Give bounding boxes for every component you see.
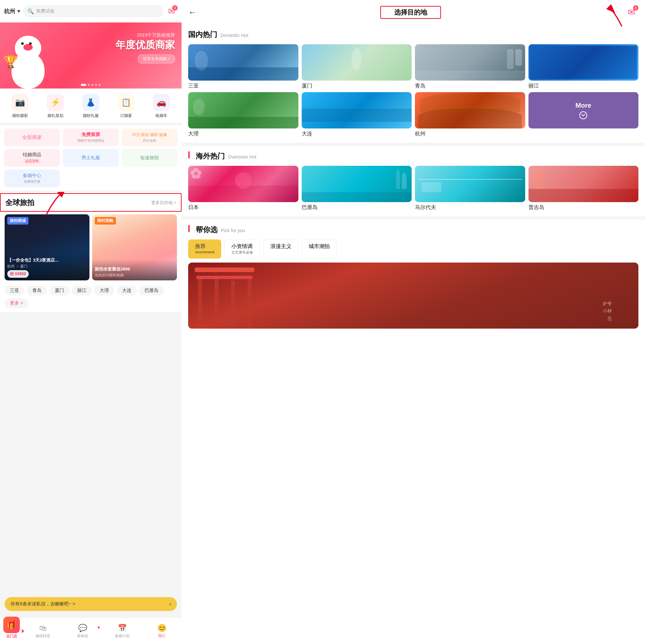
tag-dalian[interactable]: 大连 <box>117 286 137 296</box>
dest-tags: 三亚 青岛 厦门 丽江 大理 大连 巴厘岛 更多 > <box>0 283 182 312</box>
bottom-nav: 🎁 去门店 🛍 婚品特卖 💬 新娘说 📅 备婚计划 😊 我们 <box>0 618 182 644</box>
cat-car[interactable]: 🚗 租婚车 <box>144 94 179 119</box>
dest-xiamen[interactable]: 厦门 <box>302 44 412 90</box>
menu-services[interactable]: 司仪·跟妆·摄影·摄像 四大金刚 <box>122 129 178 146</box>
cat-wedding-plan[interactable]: ⚡ 婚礼策划 <box>38 94 73 119</box>
chevron-svg <box>581 114 585 117</box>
nav-wedding-plan-label: 备婚计划 <box>115 633 130 638</box>
pick-tag-petite-sub: 文艺青年必备 <box>231 250 253 255</box>
tag-qingdao[interactable]: 青岛 <box>27 286 47 296</box>
pick-section-title: 帮你选 Pick for you <box>188 225 638 235</box>
dest-dalian[interactable]: 大连 <box>302 92 412 137</box>
city-selector[interactable]: 杭州 <box>4 8 20 15</box>
gift-icon: 🎁 <box>3 617 20 633</box>
torii-crossbar-bottom <box>196 276 252 279</box>
cat-label-wedding-plan: 婚礼策划 <box>47 113 63 119</box>
pick-tag-romantic[interactable]: 浪漫主义 <box>263 239 298 259</box>
menu-all-merchants[interactable]: 全部商家 <box>4 129 60 146</box>
pick-title-cn: 帮你选 <box>196 225 218 235</box>
message-badge-left[interactable]: ✉ 8 <box>166 5 178 17</box>
menu-wedding-center[interactable]: 备婚中心 免费领手册 <box>4 169 60 187</box>
dot-4 <box>95 84 97 86</box>
pick-tag-petite[interactable]: 小资情调 文艺青年必备 <box>224 239 260 259</box>
domestic-section-title: 国内热门 Domestic Hot <box>188 30 638 40</box>
card-sub-shop: 杭州 → 厦门 <box>7 264 87 269</box>
badge-count-left: 8 <box>172 5 178 11</box>
dest-hangzhou[interactable]: 杭州 <box>415 92 525 137</box>
mascot-nose <box>23 44 33 50</box>
bottom-photo-bg <box>188 263 638 329</box>
photo-label-2: 小林 <box>603 307 612 314</box>
more-destinations-link[interactable]: 更多目的地 > <box>151 200 176 206</box>
cat-label-car: 租婚车 <box>156 113 167 119</box>
banner-button[interactable]: 获奖名单揭晓 > <box>138 54 175 63</box>
tag-more[interactable]: 更多 > <box>5 298 28 308</box>
cat-dress[interactable]: 👗 婚纱礼服 <box>73 94 109 119</box>
cat-label-engagement: 订婚宴 <box>120 113 132 119</box>
card-info-group: 旅拍全套最低3998 先拍后付限时抢购 <box>92 260 177 280</box>
overseas-title-cn: 海外热门 <box>196 151 225 161</box>
nav-us[interactable]: 😊 我们 <box>142 624 182 638</box>
dest-phuket[interactable]: 普吉岛 <box>528 166 639 211</box>
left-header: 杭州 🔍 免费试妆 ✉ 8 <box>0 0 182 22</box>
menu-mens-suit[interactable]: 男士礼服 <box>63 149 119 167</box>
tag-bali[interactable]: 巴厘岛 <box>139 286 164 296</box>
nav-bride-talk[interactable]: 💬 新娘说 <box>63 624 102 638</box>
card-price-btn-shop[interactable]: 抢 ¥4988 <box>7 270 29 278</box>
pick-title-en: Pick for you <box>221 228 245 233</box>
toast-notification[interactable]: 你有6条未读私信，去瞅瞅吧~ > › <box>5 597 177 611</box>
trophy-icon: 🏆 <box>3 55 18 69</box>
back-button[interactable]: ← <box>188 7 197 17</box>
dest-dali-name: 大理 <box>188 131 298 137</box>
right-message-badge[interactable]: ✉ 8 <box>625 5 638 19</box>
dest-maldives[interactable]: 马尔代夫 <box>415 166 525 211</box>
pick-tag-recommend[interactable]: 推荐 recommend <box>188 239 221 259</box>
global-photo-title: 全球旅拍 <box>5 198 34 208</box>
city-label: 杭州 <box>4 8 15 15</box>
more-chevron-icon <box>579 111 587 119</box>
menu-wedding-goods[interactable]: 结婚用品 必买清单 <box>4 149 60 167</box>
tag-dali[interactable]: 大理 <box>94 286 114 296</box>
dest-sanya[interactable]: 三亚 <box>188 44 298 90</box>
dest-japan-name: 日本 <box>188 204 298 211</box>
tag-sanya[interactable]: 三亚 <box>5 286 24 296</box>
right-title: 选择目的地 <box>380 6 441 19</box>
dest-lijiang[interactable]: 丽江 <box>528 44 639 90</box>
dest-dali[interactable]: 大理 <box>188 92 298 137</box>
dest-lijiang-name: 丽江 <box>528 83 639 90</box>
cat-wedding-photo[interactable]: 📷 婚纱摄影 <box>3 94 38 119</box>
tag-xiamen[interactable]: 厦门 <box>49 286 69 296</box>
torii-post-2 <box>215 279 219 329</box>
cat-engagement[interactable]: 📋 订婚宴 <box>108 94 144 119</box>
pick-tag-petite-label: 小资情调 <box>231 244 252 249</box>
dest-bali[interactable]: 巴厘岛 <box>302 166 412 211</box>
banner[interactable]: 🏆 2019千万新娘推荐 年度优质商家 获奖名单揭晓 > <box>0 22 182 89</box>
dest-more-button[interactable]: More <box>528 92 639 137</box>
nav-wedding-goods-label: 婚品特卖 <box>36 633 50 638</box>
dest-japan[interactable]: 🌸 日本 <box>188 166 298 211</box>
pick-tag-urban-label: 城市潮拍 <box>308 244 330 249</box>
tag-lijiang[interactable]: 丽江 <box>72 286 92 296</box>
nav-wedding-plan[interactable]: 📅 备婚计划 <box>102 624 142 638</box>
section-divider-1 <box>182 143 645 146</box>
domestic-row-1: 三亚 厦门 青岛 丽江 <box>188 44 638 90</box>
search-icon: 🔍 <box>27 8 34 15</box>
photo-card-group[interactable]: 限时团购 旅拍全套最低3998 先拍后付限时抢购 <box>92 214 177 280</box>
nav-special-gift[interactable]: 🎁 去门店 <box>0 623 23 639</box>
card-sub-group: 先拍后付限时抢购 <box>95 273 174 278</box>
search-bar[interactable]: 🔍 免费试妆 <box>23 5 163 17</box>
section-divider-2 <box>182 216 645 219</box>
cat-icon-wedding-plan: ⚡ <box>47 94 64 111</box>
overseas-title-en: Overseas Hot <box>228 154 256 160</box>
dest-qingdao[interactable]: 青岛 <box>415 44 525 90</box>
menu-short-trip[interactable]: 短途旅拍 <box>122 149 178 167</box>
photo-card-shop[interactable]: 旅拍商城 【一价全包】3天2夜酒店... 杭州 → 厦门 抢 ¥4988 <box>5 214 89 280</box>
pick-tag-urban[interactable]: 城市潮拍 <box>302 239 337 259</box>
cat-icon-dress: 👗 <box>82 94 99 111</box>
torii-post-4 <box>248 276 251 329</box>
search-placeholder: 免费试妆 <box>36 8 54 14</box>
nav-profile-icon: 😊 <box>158 624 166 632</box>
torii-post-3 <box>231 281 235 329</box>
menu-free-ticket[interactable]: 免费索票 潮婚节·杭州婚博会 <box>63 129 119 146</box>
nav-wedding-goods[interactable]: 🛍 婚品特卖 <box>23 624 63 638</box>
